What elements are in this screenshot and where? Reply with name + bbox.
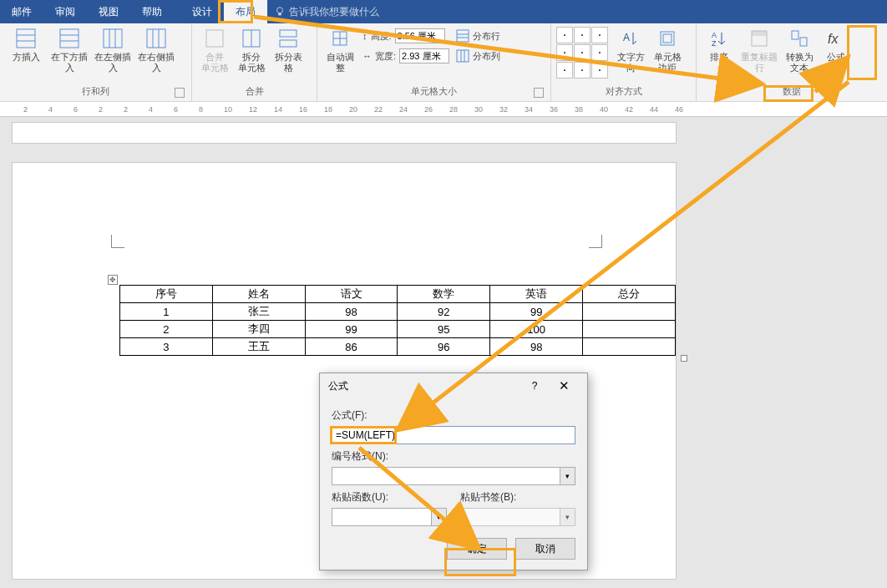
table-header[interactable]: 数学 [398, 286, 490, 303]
table-row[interactable]: 3王五869698 [120, 338, 676, 356]
merge-cells-button[interactable]: 合并 单元格 [197, 27, 232, 74]
table-row[interactable]: 1张三989299 [120, 303, 676, 321]
number-format-label: 编号格式(N): [332, 449, 575, 464]
width-icon: ↔ [362, 51, 372, 61]
table-header[interactable]: 姓名 [212, 286, 305, 303]
distribute-rows-button[interactable]: 分布行 [456, 27, 500, 45]
sort-button[interactable]: AZ排序 [702, 27, 737, 63]
ok-button[interactable]: 确定 [447, 538, 507, 560]
tab-layout[interactable]: 布局 [224, 0, 267, 23]
svg-rect-30 [663, 34, 672, 43]
margin-corner-tr [589, 235, 602, 248]
alignment-grid[interactable]: ········· [556, 27, 608, 79]
tab-help[interactable]: 帮助 [130, 0, 174, 23]
tab-review[interactable]: 审阅 [43, 0, 87, 23]
data-table[interactable]: 序号姓名语文数学英语总分1张三9892992李四99951003王五869698 [119, 285, 676, 356]
cancel-button[interactable]: 取消 [515, 538, 575, 560]
formula-button[interactable]: fx公式 [819, 27, 854, 63]
dialog-title: 公式 [328, 379, 522, 393]
insert-above-button[interactable]: 方插入 [5, 27, 47, 63]
group-merge: 合并 [197, 83, 312, 101]
svg-rect-14 [206, 30, 223, 47]
table-header[interactable]: 总分 [583, 286, 676, 303]
paste-bookmark-select: ▾ [460, 508, 575, 526]
cell-size-launcher[interactable] [534, 88, 544, 98]
svg-rect-18 [280, 40, 297, 47]
tab-view[interactable]: 视图 [87, 0, 130, 23]
height-input[interactable] [395, 28, 445, 43]
text-direction-button[interactable]: A文字方向 [613, 27, 648, 74]
group-alignment: 对齐方式 [556, 83, 691, 101]
tab-mail[interactable]: 邮件 [0, 0, 43, 23]
page-previous [12, 122, 677, 144]
number-format-select[interactable]: ▾ [332, 467, 575, 485]
tell-me-search[interactable]: 告诉我你想要做什么 [267, 0, 379, 23]
insert-right-button[interactable]: 在右侧插入 [135, 27, 177, 74]
svg-rect-33 [752, 31, 767, 36]
chevron-down-icon: ▾ [560, 468, 575, 484]
repeat-header-button[interactable]: 重复标题行 [738, 27, 780, 74]
svg-rect-5 [60, 29, 79, 48]
svg-point-0 [277, 8, 283, 13]
svg-text:fx: fx [828, 32, 839, 46]
table-row[interactable]: 2李四9995100 [120, 321, 676, 338]
height-icon: ↕ [362, 31, 367, 41]
ruler[interactable]: 2462246810121416182022242628303234363840… [0, 102, 887, 117]
table-header[interactable]: 序号 [120, 286, 213, 303]
formula-label: 公式(F): [332, 408, 575, 423]
split-table-button[interactable]: 拆分表格 [271, 27, 306, 74]
distribute-cols-button[interactable]: 分布列 [456, 47, 500, 65]
chevron-down-icon: ▾ [560, 509, 575, 525]
table-header[interactable]: 英语 [490, 286, 583, 303]
paste-function-select[interactable]: ▾ [332, 508, 447, 526]
svg-rect-17 [280, 30, 297, 37]
svg-text:A: A [623, 32, 630, 43]
insert-left-button[interactable]: 在左侧插入 [92, 27, 134, 74]
insert-below-button[interactable]: 在下方插入 [48, 27, 90, 74]
dialog-close-button[interactable]: ✕ [547, 376, 580, 396]
svg-text:Z: Z [712, 39, 717, 48]
svg-text:A: A [712, 31, 717, 39]
chevron-down-icon: ▾ [431, 509, 446, 525]
table-move-handle[interactable]: ✥ [108, 275, 118, 285]
ribbon: 方插入 在下方插入 在左侧插入 在右侧插入 行和列 合并 单元格 拆分 单元格 … [0, 23, 887, 102]
paste-function-label: 粘贴函数(U): [332, 490, 447, 504]
svg-rect-1 [278, 13, 281, 16]
group-rows-cols: 行和列 [5, 83, 186, 101]
paste-bookmark-label: 粘贴书签(B): [460, 490, 575, 504]
svg-rect-25 [457, 50, 469, 62]
table-resize-handle[interactable] [681, 355, 687, 362]
svg-rect-36 [800, 38, 807, 46]
formula-input[interactable] [332, 426, 575, 444]
svg-rect-22 [457, 30, 469, 42]
formula-dialog: 公式 ? ✕ 公式(F): 编号格式(N): ▾ 粘贴函数(U): ▾ 粘贴书签… [319, 373, 588, 570]
tab-design[interactable]: 设计 [174, 0, 224, 23]
split-cells-button[interactable]: 拆分 单元格 [234, 27, 269, 74]
svg-rect-8 [104, 29, 122, 48]
width-input[interactable] [399, 48, 449, 63]
svg-rect-11 [147, 29, 165, 48]
rows-cols-launcher[interactable] [175, 88, 185, 98]
convert-text-button[interactable]: 转换为文本 [782, 27, 817, 74]
cell-margin-button[interactable]: 单元格 边距 [650, 27, 685, 74]
svg-rect-29 [661, 32, 674, 45]
group-data: 数据 [702, 83, 882, 101]
svg-rect-35 [792, 31, 798, 39]
svg-rect-2 [17, 29, 35, 48]
group-cell-size: 单元格大小 [322, 83, 545, 101]
margin-corner-tl [111, 235, 124, 248]
table-header[interactable]: 语文 [305, 286, 398, 303]
bulb-icon [274, 6, 286, 18]
autofit-button[interactable]: 自动调整 [322, 27, 357, 74]
dialog-help-button[interactable]: ? [522, 380, 547, 392]
